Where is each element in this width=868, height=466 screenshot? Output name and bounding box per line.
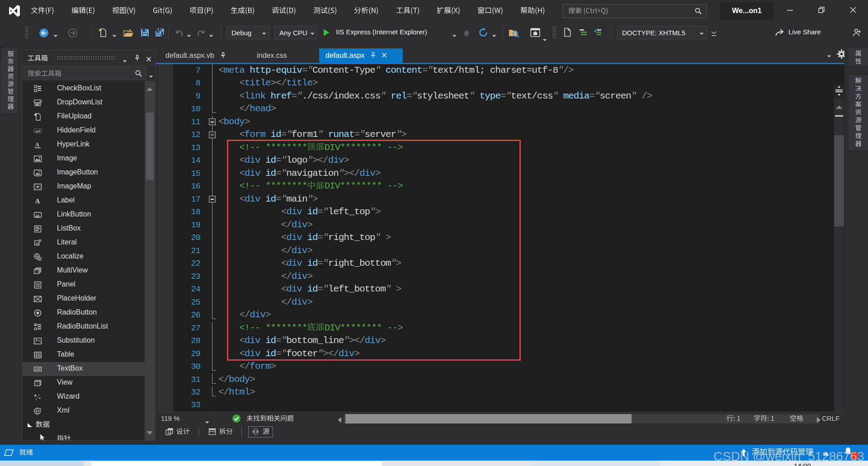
menu-item-5[interactable]: [222, 0, 263, 22]
solution-configuration-dropdown[interactable]: Debug: [226, 26, 270, 39]
restore-button[interactable]: [811, 0, 832, 22]
pin-icon[interactable]: [220, 52, 226, 61]
toolbox-item-multiview[interactable]: MultiView: [23, 264, 145, 278]
add-collaborator-icon[interactable]: [852, 28, 863, 39]
editor-horizontal-scrollbar[interactable]: [344, 414, 820, 424]
menu-item-3[interactable]: [144, 0, 181, 22]
toolbox-item-imagemap[interactable]: ImageMap: [23, 180, 145, 194]
view-tab-split[interactable]: [205, 426, 236, 438]
zoom-dropdown-icon[interactable]: [205, 418, 209, 425]
browser-preview-button[interactable]: [530, 28, 541, 39]
menu-item-8[interactable]: [345, 0, 387, 22]
code-editor[interactable]: 7<meta http-equiv=″Content-Type″ content…: [156, 64, 844, 412]
format-selection-button[interactable]: [593, 28, 602, 38]
refresh-dropdown-icon[interactable]: [492, 31, 496, 39]
hscroll-right-icon[interactable]: [817, 416, 821, 424]
menu-item-12[interactable]: [512, 0, 554, 22]
toolbar-overflow-icon[interactable]: [711, 30, 717, 38]
menu-item-9[interactable]: [387, 0, 428, 22]
menu-item-10[interactable]: [428, 0, 469, 22]
quick-search-box[interactable]: [562, 4, 707, 18]
preview-dropdown-icon[interactable]: [542, 35, 547, 43]
toolbox-item-literal[interactable]: abLiteral: [23, 236, 145, 250]
doctype-dropdown[interactable]: DOCTYPE: XHTML5: [617, 26, 708, 39]
find-in-files-button[interactable]: [508, 28, 520, 40]
scroll-up-icon[interactable]: [836, 103, 842, 111]
navigate-back-button[interactable]: [39, 28, 49, 40]
close-tab-icon[interactable]: [382, 52, 387, 60]
toolbox-item-imagebutton[interactable]: ImageButton: [23, 166, 145, 180]
save-all-button[interactable]: [155, 28, 165, 39]
menu-item-11[interactable]: [469, 0, 512, 22]
live-share-label[interactable]: Live Share: [788, 28, 821, 36]
scroll-down-icon[interactable]: [146, 428, 153, 437]
document-health-icon[interactable]: [232, 414, 241, 424]
toolbox-item-listbox[interactable]: ListBox: [23, 222, 145, 236]
toolbox-item-xml[interactable]: xlXml: [23, 404, 145, 418]
group-expanded-icon[interactable]: [28, 423, 32, 427]
toolbox-item-wizard[interactable]: Wizard: [23, 390, 145, 404]
toolbox-item-dropdownlist[interactable]: DropDownList: [23, 96, 145, 110]
run-target-label[interactable]: IIS Express (Internet Explorer): [336, 28, 427, 36]
toolbox-item-fileupload[interactable]: FileUpload: [23, 110, 145, 124]
toolbox-item-radiobuttonlist[interactable]: RadioButtonList: [23, 320, 145, 334]
toolbar-drag-handle[interactable]: [552, 26, 556, 39]
scroll-up-icon[interactable]: [146, 85, 153, 93]
toolbox-search-dropdown-icon[interactable]: [149, 72, 153, 80]
toolbox-item-label[interactable]: ALabel: [23, 194, 145, 208]
scrollbar-thumb[interactable]: [834, 135, 844, 226]
hot-reload-icon[interactable]: [463, 28, 470, 39]
pin-icon[interactable]: [134, 55, 140, 63]
run-target-dropdown-icon[interactable]: [452, 31, 457, 39]
toolbox-item-hiddenfield[interactable]: abHiddenField: [23, 124, 145, 138]
solution-explorer-vertical-tab[interactable]: [849, 75, 868, 150]
view-tab-source[interactable]: [248, 426, 273, 438]
toolbox-item-panel[interactable]: Panel: [23, 278, 145, 292]
document-tab-index.css[interactable]: index.css: [250, 48, 298, 63]
solution-platform-dropdown[interactable]: Any CPU: [274, 26, 317, 39]
close-button[interactable]: [843, 0, 863, 22]
splitter-handle[interactable]: [834, 85, 844, 99]
undo-dropdown-icon[interactable]: [187, 31, 191, 39]
navigate-back-dropdown-icon[interactable]: [53, 31, 58, 39]
toolbox-item-radiobutton[interactable]: RadioButton: [23, 306, 145, 320]
solution-name-badge[interactable]: We...on1: [720, 2, 774, 19]
toolbox-item-checkboxlist[interactable]: CheckBoxList: [23, 82, 145, 96]
toolbox-item-hyperlink[interactable]: AHyperLink: [23, 138, 145, 152]
menu-item-4[interactable]: [181, 0, 222, 22]
scrollbar-thumb[interactable]: [146, 113, 154, 180]
fold-collapse-box[interactable]: [208, 116, 216, 128]
toolbox-item-linkbutton[interactable]: abLinkButton: [23, 208, 145, 222]
pin-icon[interactable]: [370, 52, 376, 61]
toolbox-item-textbox[interactable]: abTextBox: [23, 362, 145, 376]
document-tab-default.aspx.vb[interactable]: default.aspx.vb: [159, 48, 241, 63]
menu-item-2[interactable]: [104, 0, 144, 22]
properties-vertical-tab[interactable]: [849, 48, 868, 66]
document-health-label[interactable]: [246, 414, 294, 422]
redo-dropdown-icon[interactable]: [209, 31, 213, 39]
start-debug-button[interactable]: [323, 28, 330, 38]
menu-item-6[interactable]: [263, 0, 305, 22]
menu-item-1[interactable]: [63, 0, 104, 22]
navigate-forward-button[interactable]: [68, 28, 78, 40]
new-file-button[interactable]: [98, 28, 108, 39]
toolbox-item-table[interactable]: Table: [23, 348, 145, 362]
toolbox-item-view[interactable]: View: [23, 376, 145, 390]
toolbox-item-localize[interactable]: aLocalize: [23, 250, 145, 264]
live-share-icon[interactable]: [774, 28, 784, 39]
toolbox-item-image[interactable]: Image: [23, 152, 145, 166]
editor-vertical-scrollbar[interactable]: [834, 85, 844, 412]
close-icon[interactable]: [146, 56, 151, 64]
open-file-button[interactable]: [123, 28, 134, 40]
fold-collapse-box[interactable]: [208, 128, 216, 141]
document-tab-default.aspx[interactable]: default.aspx: [319, 48, 403, 63]
hscroll-left-icon[interactable]: [338, 416, 341, 424]
menu-item-0[interactable]: [22, 0, 63, 22]
server-explorer-vertical-tab[interactable]: [7, 51, 14, 116]
redo-button[interactable]: [196, 28, 206, 39]
toolbar-drag-handle[interactable]: [25, 26, 28, 39]
scrollbar-thumb[interactable]: [345, 414, 632, 424]
undo-button[interactable]: [174, 28, 184, 39]
menu-item-7[interactable]: [305, 0, 345, 22]
minimize-button[interactable]: [779, 0, 800, 22]
